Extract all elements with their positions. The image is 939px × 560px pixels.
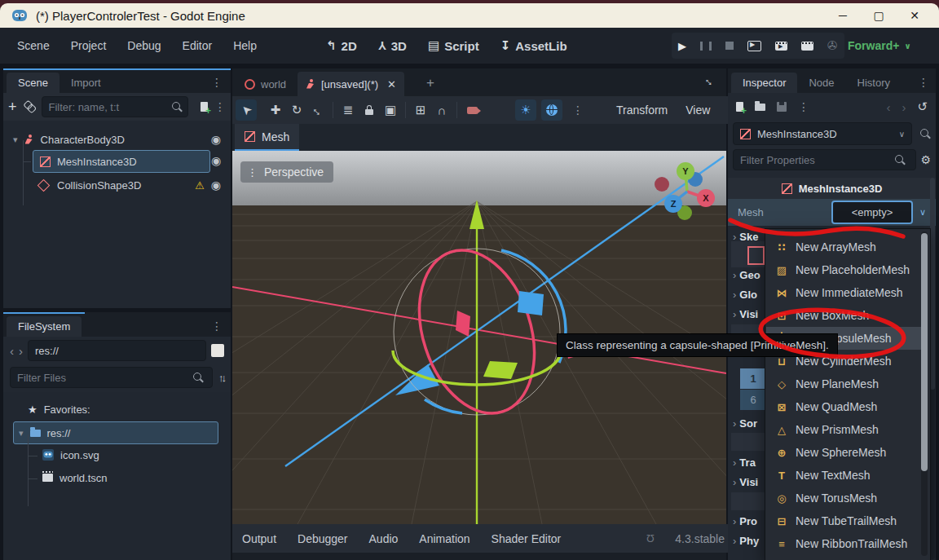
minimize-button[interactable]: ─ [825,9,861,22]
inspector-menu-icon[interactable]: ⋮ [911,72,936,93]
back-icon[interactable]: ‹ [10,344,14,358]
play-scene-button[interactable] [747,41,761,51]
menu-item-new-pointmesh[interactable]: ∴New PointMesh [766,555,927,560]
tree-node-collisionshape3d[interactable]: CollisionShape3D ⚠ ◉ [39,174,221,196]
panel-audio[interactable]: Audio [369,532,399,545]
filesystem-menu-icon[interactable]: ⋮ [203,315,231,337]
scene-filter-input[interactable] [42,96,188,117]
magnet-snap-button[interactable]: ∩ [431,99,452,121]
section-global[interactable]: ›Glo [733,289,757,301]
attach-script-button[interactable]: + [201,102,208,112]
environment-options-icon[interactable]: ⋮ [562,104,593,117]
sort-icon[interactable]: ↑↓ [218,372,224,384]
file-row-world-tscn[interactable]: world.tscn [42,467,222,488]
movie-maker-button[interactable]: ✇ [827,38,838,53]
play-current-scene-button[interactable] [775,42,787,51]
select-tool-button[interactable]: ➤ [236,99,257,121]
visibility-toggle[interactable]: ◉ [211,179,221,192]
mesh-context-button[interactable]: Mesh [235,124,299,151]
scale-tool-button[interactable]: ↔ [307,99,328,121]
chevron-down-icon[interactable]: ∨ [919,207,926,218]
menu-item-new-quadmesh[interactable]: ⊠New QuadMesh [766,395,927,418]
maximize-button[interactable]: ▢ [861,9,897,22]
section-sorting[interactable]: ›Sor [733,417,757,430]
section-geometry[interactable]: ›Geo [733,269,760,281]
scrollbar-thumb[interactable] [921,233,928,471]
panel-animation[interactable]: Animation [419,532,470,545]
tab-import[interactable]: Import [60,73,112,93]
menu-item-new-planemesh[interactable]: ◇New PlaneMesh [766,373,927,395]
preview-camera-button[interactable] [461,99,483,121]
tab-inspector[interactable]: Inspector [731,73,797,93]
tab-scene[interactable]: Scene [7,73,60,93]
section-process[interactable]: ›Pro [733,515,757,527]
folder-row-res[interactable]: ▾ res:// [13,421,218,444]
path-input[interactable] [28,340,206,361]
node-type-dropdown[interactable]: MeshInstance3D ∨ [733,122,912,145]
pause-button[interactable] [700,42,712,51]
display-mode-toggle[interactable] [211,344,224,357]
collapse-icon[interactable]: ▾ [13,134,18,145]
close-tab-icon[interactable]: ✕ [387,78,396,90]
play-custom-scene-button[interactable] [801,42,813,51]
list-select-button[interactable]: ≣ [337,99,359,121]
resource-options-icon[interactable]: ⋮ [798,100,809,113]
menu-item-new-textmesh[interactable]: TNew TextMesh [766,464,927,487]
menu-scrollbar[interactable] [921,231,928,556]
history-back-icon[interactable]: ‹ [886,100,890,114]
instance-scene-button[interactable] [21,99,37,115]
menu-item-new-tubetrailmesh[interactable]: ⊟New TubeTrailMesh [766,509,927,532]
ungroup-button[interactable]: ▣ [380,99,401,121]
new-resource-button[interactable]: + [736,102,743,112]
layer-box-1[interactable]: 1 [740,368,766,389]
snap-button[interactable]: ⊞ [410,99,431,121]
switch-2d[interactable]: ↰ 2D [326,38,357,53]
notification-bell-icon[interactable]: Ω [646,532,655,545]
forward-icon[interactable]: › [19,344,23,358]
warning-icon[interactable]: ⚠ [195,179,205,192]
lock-button[interactable] [359,99,380,121]
expand-viewport-icon[interactable]: ↕ [701,75,714,88]
menu-item-new-arraymesh[interactable]: ∷New ArrayMesh [766,236,927,258]
panel-debugger[interactable]: Debugger [298,532,348,545]
switch-3d[interactable]: Y 3D [378,39,407,53]
history-forward-icon[interactable]: › [902,100,906,114]
transform-menu[interactable]: Transform [616,104,668,117]
file-filter-input[interactable] [10,367,213,388]
file-row-icon-svg[interactable]: icon.svg [42,444,222,465]
scene-dock-menu-icon[interactable]: ⋮ [203,72,231,93]
menu-help[interactable]: Help [223,39,267,52]
tab-node[interactable]: Node [797,73,845,93]
open-docs-icon[interactable] [920,129,931,139]
play-button[interactable]: ▶ [678,40,686,52]
menu-item-new-boxmesh[interactable]: ⊡New BoxMesh [766,304,927,327]
new-tab-button[interactable]: + [426,75,434,91]
section-visibility[interactable]: ›Visi [733,308,758,320]
property-row-mesh[interactable]: Mesh <empty> ∨ [728,199,936,226]
menu-editor[interactable]: Editor [172,39,223,52]
section-transform[interactable]: ›Tra [733,456,756,469]
menu-item-new-spheremesh[interactable]: ⊕New SphereMesh [766,441,927,464]
section-skeleton[interactable]: ›Ske [733,231,758,243]
load-resource-button[interactable] [755,104,765,111]
menu-item-new-ribbontrailmesh[interactable]: ≡New RibbonTrailMesh [766,532,927,555]
menu-scene[interactable]: Scene [7,39,60,52]
renderer-select[interactable]: Forward+ ∨ [848,28,911,64]
menu-project[interactable]: Project [60,39,117,52]
tree-node-meshinstance3d-selected[interactable]: MeshInstance3D [33,150,210,173]
menu-item-new-torusmesh[interactable]: ◎New TorusMesh [766,487,927,509]
titlebar[interactable]: (*) PlayerControlerTest - Godot Engine ─… [0,3,939,28]
move-tool-button[interactable]: ✚ [265,99,286,121]
menu-item-new-placeholdermesh[interactable]: ▨New PlaceholderMesh [766,258,927,281]
menu-item-new-immediatemesh[interactable]: ⋈New ImmediateMesh [766,281,927,304]
scene-tree-menu-icon[interactable]: ⋮ [214,100,226,113]
tab-filesystem[interactable]: FileSystem [7,316,82,337]
section-physics[interactable]: ›Phy [733,535,759,547]
filter-properties-input[interactable] [733,149,916,170]
object-history-icon[interactable]: ↺ [917,99,928,114]
perspective-menu[interactable]: ⋮ Perspective [240,161,333,183]
stop-button[interactable] [725,42,734,50]
scene-tab-world[interactable]: world [235,72,296,96]
world-environment-toggle[interactable] [541,99,562,121]
property-tools-icon[interactable]: ⚙ [920,153,931,166]
